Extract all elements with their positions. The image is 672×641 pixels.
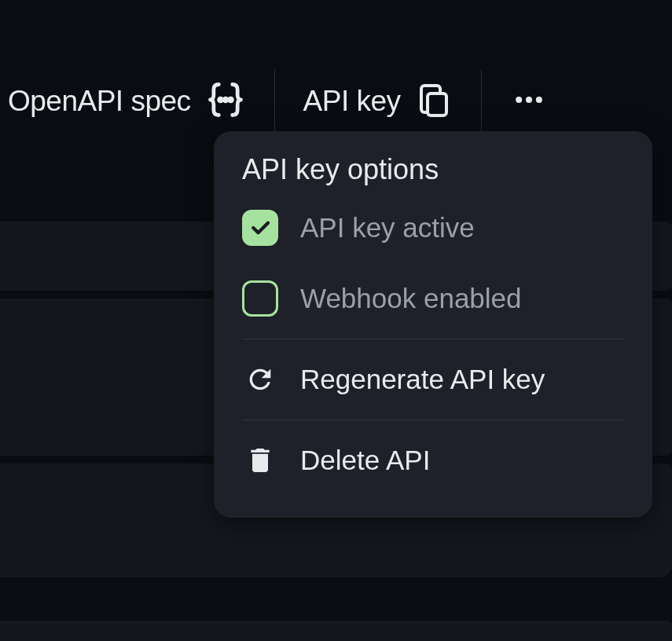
more-options-button[interactable] — [482, 69, 576, 134]
svg-point-1 — [224, 98, 227, 101]
svg-point-5 — [526, 97, 532, 103]
braces-icon — [205, 79, 246, 123]
api-key-options-popover: API key options API key active Webhook e… — [214, 131, 652, 518]
regenerate-label: Regenerate API key — [300, 364, 545, 395]
openapi-spec-label: OpenAPI spec — [8, 85, 191, 118]
checkbox-unchecked-icon — [242, 280, 278, 317]
webhook-enabled-label: Webhook enabled — [300, 283, 522, 314]
trash-icon — [242, 442, 278, 478]
svg-point-6 — [535, 97, 542, 103]
api-key-label: API key — [303, 85, 401, 118]
openapi-spec-button[interactable]: OpenAPI spec — [0, 69, 274, 134]
api-key-active-toggle[interactable]: API key active — [214, 192, 652, 263]
svg-rect-3 — [428, 93, 446, 115]
checkbox-checked-icon — [242, 210, 278, 246]
popover-divider — [242, 419, 624, 420]
svg-point-0 — [218, 98, 222, 101]
popover-title: API key options — [214, 153, 652, 192]
delete-api-button[interactable]: Delete API — [214, 425, 652, 496]
svg-point-4 — [516, 97, 522, 103]
bg-panel — [0, 621, 672, 641]
dots-horizontal-icon — [512, 82, 546, 120]
copy-icon — [415, 81, 453, 122]
refresh-icon — [242, 361, 278, 397]
regenerate-api-key-button[interactable]: Regenerate API key — [214, 344, 652, 415]
toolbar: OpenAPI spec API key — [0, 69, 672, 134]
popover-divider — [242, 339, 624, 339]
webhook-enabled-toggle[interactable]: Webhook enabled — [214, 263, 652, 334]
api-key-active-label: API key active — [300, 212, 475, 244]
svg-point-2 — [229, 98, 232, 101]
api-key-button[interactable]: API key — [275, 69, 481, 134]
delete-label: Delete API — [300, 445, 430, 476]
